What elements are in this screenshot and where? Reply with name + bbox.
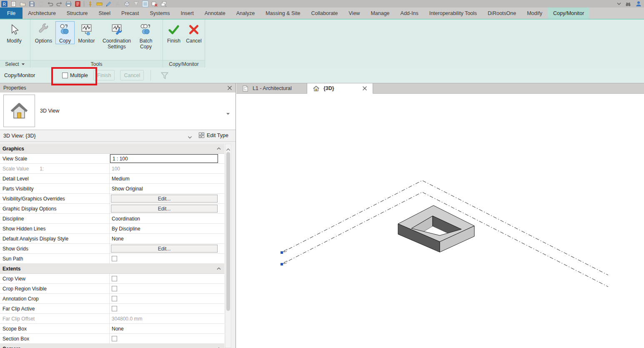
redo-icon[interactable] bbox=[56, 1, 63, 7]
property-value[interactable]: Coordination bbox=[112, 216, 140, 222]
open-icon[interactable] bbox=[20, 1, 26, 7]
section-header-camera[interactable]: Camera bbox=[0, 344, 224, 348]
ribbon-panels: ModifySelectOptionsCopyMonitorCoordinati… bbox=[0, 20, 644, 68]
modify-button[interactable]: Modify bbox=[1, 21, 27, 44]
edit-type-button[interactable]: Edit Type bbox=[198, 132, 228, 138]
button-label: Copy bbox=[59, 38, 71, 44]
close-doc-icon[interactable] bbox=[75, 1, 81, 7]
instance-selector-row: 3D View: {3D} Edit Type bbox=[0, 130, 236, 142]
options-bar-separator bbox=[53, 70, 53, 81]
cascade-windows-icon[interactable] bbox=[160, 1, 167, 7]
close-icon[interactable] bbox=[227, 85, 232, 90]
property-value-input[interactable]: 1 : 100 bbox=[110, 154, 218, 163]
property-checkbox[interactable] bbox=[112, 306, 117, 311]
close-hidden-windows-icon[interactable] bbox=[151, 1, 158, 7]
ribbon-tab-insert[interactable]: Insert bbox=[175, 8, 199, 19]
cancel-button[interactable]: Cancel bbox=[183, 21, 204, 44]
property-checkbox[interactable] bbox=[112, 256, 117, 261]
view-tab-l1-architectural[interactable]: L1 - Architectural bbox=[236, 83, 307, 93]
property-value[interactable]: Show Original bbox=[112, 186, 143, 192]
chevron-down-icon[interactable] bbox=[226, 109, 230, 112]
chevron-up-icon[interactable] bbox=[217, 267, 221, 270]
properties-scrollbar[interactable] bbox=[225, 144, 231, 348]
pin-icon[interactable] bbox=[87, 1, 93, 7]
property-value[interactable]: None bbox=[112, 326, 124, 332]
ribbon-tab-structure[interactable]: Structure bbox=[61, 8, 93, 19]
property-checkbox[interactable] bbox=[112, 336, 117, 341]
copy-button[interactable]: Copy bbox=[55, 21, 75, 44]
save-icon[interactable] bbox=[29, 1, 35, 7]
sync-icon[interactable] bbox=[38, 1, 44, 7]
close-x-icon[interactable] bbox=[362, 86, 367, 91]
ribbon-tab-precast[interactable]: Precast bbox=[116, 8, 144, 19]
ribbon-tab-architecture[interactable]: Architecture bbox=[23, 8, 61, 19]
options-button[interactable]: Options bbox=[32, 21, 55, 44]
ribbon-tab-modify[interactable]: Modify bbox=[521, 8, 548, 19]
multiple-checkbox-group[interactable]: Multiple bbox=[62, 73, 88, 78]
type-selector[interactable]: 3D View bbox=[0, 93, 236, 130]
scrollbar-thumb[interactable] bbox=[226, 152, 230, 311]
ribbon-tab-analyze[interactable]: Analyze bbox=[231, 8, 260, 19]
properties-header: Properties bbox=[0, 83, 236, 93]
ribbon-tab-massing-site[interactable]: Massing & Site bbox=[260, 8, 306, 19]
property-checkbox[interactable] bbox=[112, 286, 117, 291]
property-value[interactable]: By Discipline bbox=[112, 226, 140, 232]
finish-check-icon bbox=[168, 23, 180, 36]
text-icon[interactable]: A bbox=[115, 1, 121, 7]
chevron-down-icon[interactable] bbox=[188, 134, 192, 137]
ribbon-tab-copy-monitor[interactable]: Copy/Monitor bbox=[548, 8, 589, 19]
ribbon-tab-add-ins[interactable]: Add-Ins bbox=[395, 8, 424, 19]
print-icon[interactable] bbox=[65, 1, 72, 7]
view-tab-3d[interactable]: {3D} bbox=[307, 83, 373, 94]
property-checkbox[interactable] bbox=[112, 296, 117, 301]
ribbon-tab-collaborate[interactable]: Collaborate bbox=[306, 8, 343, 19]
ribbon-tab-steel[interactable]: Steel bbox=[93, 8, 116, 19]
property-label: Show Hidden Lines bbox=[3, 226, 45, 232]
box-3d-icon[interactable] bbox=[124, 1, 130, 7]
ribbon-tab-annotate[interactable]: Annotate bbox=[199, 8, 231, 19]
chevron-up-icon[interactable] bbox=[217, 147, 221, 150]
ribbon-tab-interoperability-tools[interactable]: Interoperability Tools bbox=[424, 8, 482, 19]
measure-icon[interactable] bbox=[96, 1, 103, 7]
multiple-checkbox[interactable] bbox=[62, 73, 68, 78]
wall-box-3d[interactable] bbox=[398, 205, 474, 252]
batch-copy-button[interactable]: Batch Copy bbox=[135, 21, 157, 50]
scroll-up-icon[interactable] bbox=[226, 145, 231, 149]
finish-button-disabled[interactable]: Finish bbox=[93, 70, 115, 80]
ribbon-tab-systems[interactable]: Systems bbox=[144, 8, 175, 19]
property-value[interactable]: Medium bbox=[112, 176, 130, 182]
section-header-graphics[interactable]: Graphics bbox=[0, 144, 224, 154]
cancel-button-disabled[interactable]: Cancel bbox=[120, 70, 144, 80]
user-icon[interactable] bbox=[635, 0, 642, 7]
thin-lines-icon[interactable] bbox=[142, 1, 148, 7]
property-value[interactable]: None bbox=[112, 236, 124, 242]
panel-label-select[interactable]: Select bbox=[0, 60, 30, 68]
property-row-scope-box: Scope BoxNone bbox=[0, 324, 224, 334]
edit-type-grid-icon bbox=[198, 132, 205, 138]
section-header-extents[interactable]: Extents bbox=[0, 264, 224, 274]
filter-icon[interactable] bbox=[160, 71, 169, 80]
edit-button[interactable]: Edit... bbox=[111, 245, 218, 253]
pencil-icon[interactable] bbox=[105, 1, 112, 7]
ribbon-tab-file[interactable]: File bbox=[0, 8, 23, 19]
filter-icon[interactable] bbox=[133, 1, 139, 7]
drawing-area: L1 - Architectural{3D} bbox=[236, 83, 644, 348]
search-icon[interactable] bbox=[625, 0, 631, 7]
undo-icon[interactable] bbox=[47, 1, 53, 7]
ribbon-tab-manage[interactable]: Manage bbox=[365, 8, 395, 19]
ribbon-tab-view[interactable]: View bbox=[343, 8, 366, 19]
monitor-button[interactable]: Monitor bbox=[75, 21, 98, 44]
property-value[interactable]: 304800.0 mm bbox=[112, 316, 142, 322]
property-value[interactable]: 100 bbox=[112, 166, 120, 172]
finish-button[interactable]: Finish bbox=[164, 21, 183, 44]
coordination-settings-button[interactable]: Coordination Settings bbox=[98, 21, 135, 50]
edit-button[interactable]: Edit... bbox=[111, 195, 218, 203]
ribbon-tab-dirootsone[interactable]: DiRootsOne bbox=[482, 8, 521, 19]
property-checkbox[interactable] bbox=[112, 276, 117, 281]
revit-logo[interactable]: R bbox=[1, 1, 8, 7]
instance-selector-label[interactable]: 3D View: {3D} bbox=[3, 133, 36, 139]
new-doc-icon[interactable] bbox=[10, 1, 17, 7]
caret-down-icon[interactable] bbox=[617, 3, 621, 5]
edit-button[interactable]: Edit... bbox=[111, 205, 218, 213]
3d-view-canvas[interactable] bbox=[236, 94, 644, 348]
